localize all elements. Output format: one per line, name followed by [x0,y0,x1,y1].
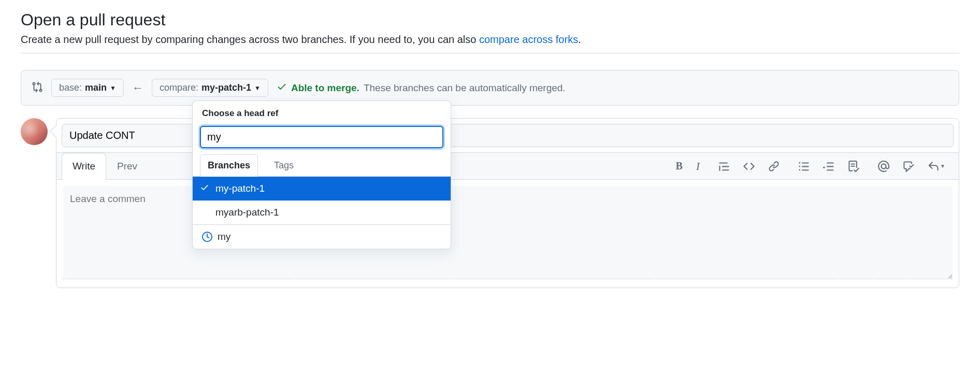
check-icon [277,81,287,94]
base-branch-button[interactable]: base: main ▼ [51,79,124,97]
caret-down-icon: ▼ [254,84,261,92]
dropdown-title: Choose a head ref [193,101,451,126]
head-ref-dropdown: Choose a head ref Branches Tags my-patch… [192,101,451,249]
branch-search-input[interactable] [200,126,443,148]
avatar[interactable] [21,118,48,145]
ordered-list-button[interactable] [821,159,837,174]
editor-box: Write Prev B I [56,118,959,288]
quote-button[interactable] [716,159,732,174]
history-item-label: my [218,231,230,242]
mention-button[interactable] [876,159,891,174]
base-label: base: [59,82,82,93]
base-branch-name: main [85,82,107,93]
tab-branches[interactable]: Branches [200,154,258,177]
merge-able-text: Able to merge. [291,82,359,94]
page-subtitle: Create a new pull request by comparing c… [21,34,959,46]
branch-item-label: myarb-patch-1 [215,207,279,218]
reply-button[interactable]: ▼ [926,159,947,174]
dropdown-search-wrap [193,126,451,154]
tab-tags[interactable]: Tags [266,154,301,176]
branch-list: my-patch-1 myarb-patch-1 my [193,177,451,249]
tab-write[interactable]: Write [62,153,106,180]
compare-label: compare: [160,82,198,93]
divider [21,53,959,53]
compare-branch-button[interactable]: compare: my-patch-1 ▼ [152,79,268,97]
code-button[interactable] [741,159,757,174]
branch-item-myarb-patch-1[interactable]: myarb-patch-1 [193,201,451,224]
cross-reference-button[interactable] [901,159,916,174]
subtitle-text: Create a new pull request by comparing c… [21,34,479,45]
tasklist-button[interactable] [846,159,861,174]
unordered-list-button[interactable] [796,159,812,174]
branch-item-label: my-patch-1 [215,183,265,194]
branch-history-item[interactable]: my [193,224,451,249]
compare-bar: base: main ▼ ← compare: my-patch-1 ▼ Abl… [21,70,959,106]
git-compare-icon [32,81,43,95]
editor-tabs: Write Prev [62,153,148,179]
compare-branch-name: my-patch-1 [201,82,251,93]
dropdown-tabs: Branches Tags [193,154,451,177]
caret-down-icon: ▼ [110,84,116,92]
history-icon [202,232,212,242]
page-title: Open a pull request [21,10,959,30]
merge-status: Able to merge. These branches can be aut… [277,81,566,94]
subtitle-post: . [578,34,581,45]
link-button[interactable] [766,159,782,174]
bold-button[interactable]: B [673,158,684,174]
editor-row: Write Prev B I [21,118,959,288]
italic-button[interactable]: I [694,158,702,175]
merge-rest-text: These branches can be automatically merg… [364,82,566,94]
arrow-left-icon: ← [132,81,143,95]
check-icon [200,183,209,195]
branch-item-my-patch-1[interactable]: my-patch-1 [193,177,451,201]
compare-forks-link[interactable]: compare across forks [479,34,578,45]
tab-preview[interactable]: Prev [106,153,148,179]
formatting-toolbar: B I ▼ [673,158,954,175]
